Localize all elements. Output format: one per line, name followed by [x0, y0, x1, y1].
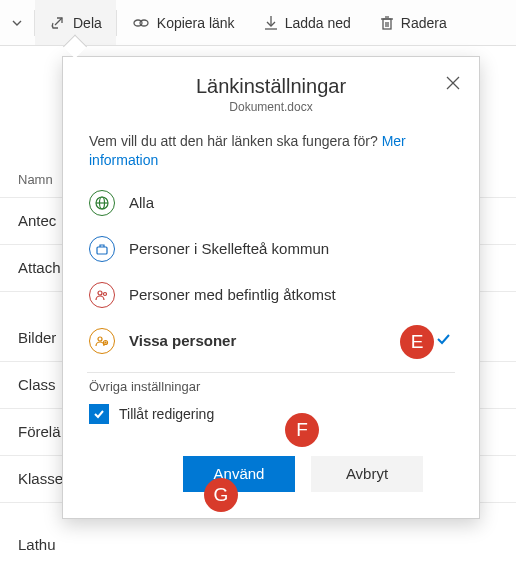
download-button[interactable]: Ladda ned	[249, 0, 365, 45]
option-existing-access-label: Personer med befintlig åtkomst	[129, 286, 336, 303]
dialog-prompt: Vem vill du att den här länken ska funge…	[63, 124, 479, 174]
globe-icon	[89, 190, 115, 216]
annotation-e: E	[400, 325, 434, 359]
svg-point-2	[140, 20, 148, 26]
option-organization[interactable]: Personer i Skellefteå kommun	[77, 226, 465, 272]
svg-point-16	[98, 291, 102, 295]
option-specific-people-label: Vissa personer	[129, 332, 236, 349]
selected-check	[435, 331, 451, 350]
prompt-text: Vem vill du att den här länken ska funge…	[89, 133, 378, 149]
svg-point-17	[104, 292, 107, 295]
checkmark-icon	[92, 407, 106, 421]
download-icon	[263, 14, 279, 32]
column-header-name[interactable]: Namn	[18, 172, 53, 187]
list-item[interactable]: Attach	[18, 259, 61, 276]
other-settings-label: Övriga inställningar	[89, 379, 453, 394]
svg-rect-15	[97, 247, 107, 254]
people-specific-icon	[89, 328, 115, 354]
list-item[interactable]: Lathu	[18, 536, 56, 553]
svg-rect-5	[383, 19, 391, 29]
share-button[interactable]: Dela	[35, 0, 116, 45]
chevron-down-icon	[10, 16, 24, 30]
toolbar-dropdown[interactable]	[0, 0, 34, 45]
close-icon	[445, 75, 461, 91]
share-icon	[49, 14, 67, 32]
check-icon	[435, 331, 451, 347]
share-label: Dela	[73, 15, 102, 31]
option-anyone[interactable]: Alla	[77, 180, 465, 226]
allow-editing-checkbox[interactable]	[89, 404, 109, 424]
apply-button[interactable]: Använd	[183, 456, 295, 492]
dialog-title: Länkinställningar	[83, 75, 459, 98]
annotation-f: F	[285, 413, 319, 447]
briefcase-icon	[89, 236, 115, 262]
other-settings-section: Övriga inställningar Tillåt redigering	[63, 373, 479, 430]
download-label: Ladda ned	[285, 15, 351, 31]
dialog-subtitle: Dokument.docx	[83, 100, 459, 114]
dialog-footer: Använd Avbryt	[63, 430, 479, 492]
list-item[interactable]: Antec	[18, 212, 56, 229]
people-existing-icon	[89, 282, 115, 308]
option-existing-access[interactable]: Personer med befintlig åtkomst	[77, 272, 465, 318]
delete-label: Radera	[401, 15, 447, 31]
annotation-g: G	[204, 478, 238, 512]
cancel-button[interactable]: Avbryt	[311, 456, 423, 492]
copy-link-label: Kopiera länk	[157, 15, 235, 31]
option-anyone-label: Alla	[129, 194, 154, 211]
option-organization-label: Personer i Skellefteå kommun	[129, 240, 329, 257]
allow-editing-row[interactable]: Tillåt redigering	[89, 404, 453, 424]
list-item[interactable]: Class	[18, 376, 56, 393]
list-item[interactable]: Förelä	[18, 423, 61, 440]
link-settings-dialog: Länkinställningar Dokument.docx Vem vill…	[62, 56, 480, 519]
trash-icon	[379, 14, 395, 32]
link-icon	[131, 14, 151, 32]
close-button[interactable]	[445, 75, 461, 94]
delete-button[interactable]: Radera	[365, 0, 461, 45]
copy-link-button[interactable]: Kopiera länk	[117, 0, 249, 45]
svg-line-0	[55, 18, 62, 25]
list-item[interactable]: Klasse	[18, 470, 63, 487]
allow-editing-label: Tillåt redigering	[119, 406, 214, 422]
list-item[interactable]: Bilder	[18, 329, 56, 346]
dialog-header: Länkinställningar Dokument.docx	[63, 57, 479, 124]
toolbar: Dela Kopiera länk Ladda ned Radera	[0, 0, 516, 46]
svg-point-18	[98, 337, 102, 341]
